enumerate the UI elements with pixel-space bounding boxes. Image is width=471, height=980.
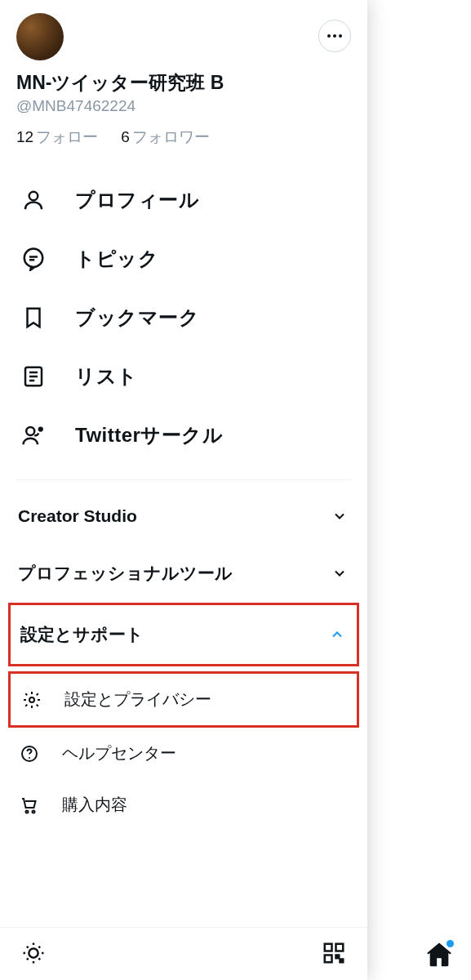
navigation-drawer: MN-ツイッター研究班 B @MNB47462224 12フォロー 6フォロワー…	[0, 0, 367, 980]
list-icon	[21, 364, 46, 389]
section-settings-support[interactable]: 設定とサポート	[11, 605, 357, 664]
sun-icon	[21, 941, 46, 965]
nav-bookmarks[interactable]: ブックマーク	[0, 288, 367, 347]
user-handle: @MNB47462224	[16, 97, 351, 115]
drawer-bottom-bar	[0, 927, 367, 980]
display-name: MN-ツイッター研究班 B	[16, 70, 351, 96]
svg-rect-19	[336, 956, 340, 959]
section-label: Creator Studio	[18, 506, 137, 526]
cart-icon	[20, 795, 39, 815]
section-creator-studio[interactable]: Creator Studio	[0, 488, 367, 544]
sub-purchases[interactable]: 購入内容	[0, 779, 367, 831]
svg-point-8	[26, 427, 34, 435]
sub-help-center[interactable]: ヘルプセンター	[0, 728, 367, 779]
nav-lists[interactable]: リスト	[0, 347, 367, 406]
svg-point-9	[38, 426, 43, 431]
nav-twitter-circle[interactable]: Twitterサークル	[0, 406, 367, 465]
nav-label: リスト	[75, 363, 138, 390]
svg-point-14	[33, 810, 35, 813]
notification-dot	[447, 940, 454, 947]
qr-code-button[interactable]	[322, 941, 346, 965]
followers-label: フォロワー	[132, 128, 210, 145]
svg-point-5	[29, 192, 38, 201]
svg-rect-17	[336, 944, 344, 951]
gear-icon	[22, 690, 42, 710]
qr-icon	[322, 941, 346, 965]
svg-rect-20	[340, 960, 344, 963]
svg-point-13	[26, 810, 29, 813]
divider	[16, 479, 351, 480]
background-feed	[367, 0, 471, 980]
sub-label: 購入内容	[62, 794, 127, 816]
nav-label: ブックマーク	[75, 305, 199, 331]
sub-settings-privacy[interactable]: 設定とプライバシー	[11, 674, 357, 725]
section-label: プロフェッショナルツール	[18, 562, 233, 585]
nav-label: Twitterサークル	[75, 422, 223, 448]
following-label: フォロー	[36, 128, 98, 145]
sub-label: ヘルプセンター	[62, 742, 176, 764]
section-professional-tools[interactable]: プロフェッショナルツール	[0, 544, 367, 603]
bookmark-icon	[21, 305, 46, 330]
nav-label: プロフィール	[75, 187, 199, 213]
chevron-up-icon	[329, 626, 345, 643]
nav-topics[interactable]: トピック	[0, 229, 367, 288]
help-icon	[20, 744, 39, 764]
svg-rect-16	[325, 944, 332, 951]
home-button[interactable]	[425, 941, 453, 969]
section-label: 設定とサポート	[20, 623, 144, 646]
person-icon	[21, 188, 46, 212]
highlight-settings-section: 設定とサポート	[8, 603, 359, 666]
nav-label: トピック	[75, 246, 158, 272]
theme-toggle[interactable]	[21, 941, 46, 965]
following-count: 12	[16, 128, 33, 145]
highlight-settings-privacy: 設定とプライバシー	[8, 671, 359, 728]
accounts-button[interactable]	[318, 20, 351, 52]
chevron-down-icon	[331, 565, 348, 581]
more-icon	[327, 34, 342, 38]
followers-link[interactable]: 6フォロワー	[121, 127, 210, 148]
svg-rect-18	[325, 956, 332, 963]
avatar[interactable]	[16, 13, 64, 60]
nav-profile[interactable]: プロフィール	[0, 171, 367, 229]
circle-icon	[21, 423, 46, 448]
chevron-down-icon	[331, 508, 348, 524]
primary-nav: プロフィール トピック ブックマーク リスト	[0, 154, 367, 471]
svg-point-10	[29, 697, 34, 702]
svg-point-15	[29, 948, 38, 957]
topic-icon	[21, 247, 46, 271]
svg-point-12	[29, 757, 30, 759]
following-link[interactable]: 12フォロー	[16, 127, 98, 148]
sub-label: 設定とプライバシー	[64, 688, 211, 710]
profile-header: MN-ツイッター研究班 B @MNB47462224 12フォロー 6フォロワー	[0, 0, 367, 154]
followers-count: 6	[121, 128, 130, 145]
